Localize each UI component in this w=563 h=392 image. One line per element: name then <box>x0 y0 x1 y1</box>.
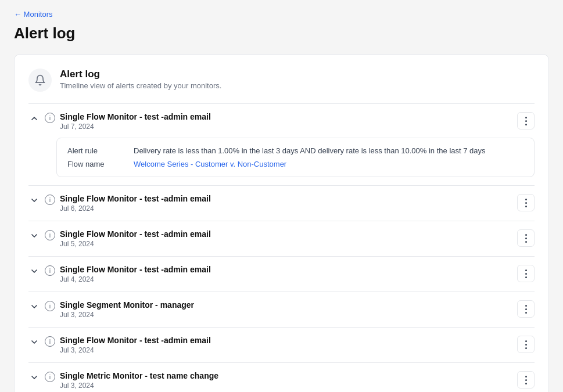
alert-item: iSingle Segment Monitor - managerJul 3, … <box>28 292 535 327</box>
alert-row: iSingle Segment Monitor - managerJul 3, … <box>28 300 535 319</box>
three-dots-icon <box>525 269 527 278</box>
alert-row: iSingle Flow Monitor - test -admin email… <box>28 194 535 213</box>
alert-item: iSingle Flow Monitor - test -admin email… <box>28 185 535 221</box>
info-icon: i <box>45 113 55 123</box>
alert-name: Single Flow Monitor - test -admin email <box>60 336 211 345</box>
alert-name: Single Flow Monitor - test -admin email <box>60 229 211 239</box>
alert-name: Single Flow Monitor - test -admin email <box>60 112 211 121</box>
page-title: Alert log <box>14 24 549 42</box>
three-dots-icon <box>525 234 527 243</box>
alert-date: Jul 3, 2024 <box>60 346 211 354</box>
chevron-button[interactable] <box>28 372 40 383</box>
alert-date: Jul 3, 2024 <box>60 311 194 319</box>
alert-date: Jul 7, 2024 <box>60 123 211 131</box>
alert-row: iSingle Metric Monitor - test name chang… <box>28 371 535 390</box>
three-dots-icon <box>525 117 527 125</box>
alert-row: iSingle Flow Monitor - test -admin email… <box>28 229 535 248</box>
alert-item: iSingle Flow Monitor - test -admin email… <box>28 256 535 292</box>
alert-date: Jul 6, 2024 <box>60 204 211 213</box>
page-wrapper: ← Monitors Alert log Alert log Timeline … <box>0 0 563 392</box>
more-options-button[interactable] <box>517 229 535 247</box>
alert-item: iSingle Flow Monitor - test -admin email… <box>28 221 535 256</box>
info-icon: i <box>45 265 55 276</box>
alert-rule-label: Alert rule <box>67 146 120 155</box>
alert-log-card: Alert log Timeline view of alerts create… <box>14 54 549 392</box>
chevron-button[interactable] <box>28 301 40 312</box>
three-dots-icon <box>525 199 527 207</box>
back-link[interactable]: ← Monitors <box>14 10 52 19</box>
alert-item: iSingle Flow Monitor - test -admin email… <box>28 327 535 362</box>
alert-item: iSingle Flow Monitor - test -admin email… <box>28 103 535 185</box>
more-options-button[interactable] <box>517 300 535 318</box>
card-header-text: Alert log Timeline view of alerts create… <box>60 69 221 90</box>
alert-name: Single Segment Monitor - manager <box>60 300 194 310</box>
bell-icon <box>34 74 46 86</box>
alert-row: iSingle Flow Monitor - test -admin email… <box>28 265 535 283</box>
three-dots-icon <box>525 376 527 384</box>
alert-name: Single Metric Monitor - test name change <box>60 371 218 380</box>
alert-list: iSingle Flow Monitor - test -admin email… <box>28 103 535 392</box>
more-options-button[interactable] <box>517 336 535 353</box>
more-options-button[interactable] <box>517 371 535 389</box>
alert-name: Single Flow Monitor - test -admin email <box>60 194 211 203</box>
info-icon: i <box>45 195 55 205</box>
flow-name-label: Flow name <box>67 160 120 168</box>
more-options-button[interactable] <box>517 112 535 130</box>
alert-rule-value: Delivery rate is less than 1.00% in the … <box>134 146 523 155</box>
chevron-button[interactable] <box>28 265 40 277</box>
alert-expanded-panel: Alert ruleDelivery rate is less than 1.0… <box>56 138 535 177</box>
alert-name: Single Flow Monitor - test -admin email <box>60 265 211 274</box>
chevron-button[interactable] <box>28 113 40 124</box>
more-options-button[interactable] <box>517 265 535 282</box>
three-dots-icon <box>525 340 527 349</box>
alert-row: iSingle Flow Monitor - test -admin email… <box>28 336 535 354</box>
alert-date: Jul 4, 2024 <box>60 275 211 283</box>
alert-date: Jul 3, 2024 <box>60 382 218 390</box>
bell-icon-wrap <box>28 69 52 92</box>
info-icon: i <box>45 230 55 240</box>
info-icon: i <box>45 372 55 382</box>
chevron-button[interactable] <box>28 336 40 348</box>
card-header: Alert log Timeline view of alerts create… <box>28 69 535 92</box>
alert-item: iSingle Metric Monitor - test name chang… <box>28 362 535 392</box>
card-subtitle: Timeline view of alerts created by your … <box>60 81 221 90</box>
card-title: Alert log <box>60 69 221 80</box>
flow-name-link[interactable]: Welcome Series - Customer v. Non-Custome… <box>134 160 286 168</box>
alert-row: iSingle Flow Monitor - test -admin email… <box>28 112 535 131</box>
three-dots-icon <box>525 305 527 314</box>
chevron-button[interactable] <box>28 195 40 206</box>
info-icon: i <box>45 301 55 311</box>
info-icon: i <box>45 336 55 347</box>
alert-date: Jul 5, 2024 <box>60 240 211 248</box>
chevron-button[interactable] <box>28 230 40 242</box>
more-options-button[interactable] <box>517 194 535 211</box>
